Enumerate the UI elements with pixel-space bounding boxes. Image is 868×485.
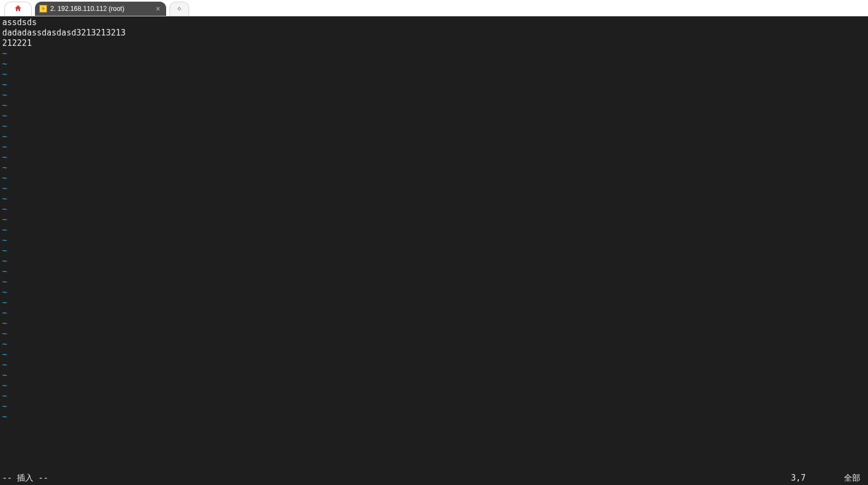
- editor-empty-line: ~: [2, 69, 866, 80]
- editor-content-line: assdsds: [2, 17, 866, 28]
- editor-empty-line: ~: [2, 235, 866, 246]
- vim-status-line: -- 插入 -- 3,7 全部: [2, 472, 866, 484]
- editor-empty-line: ~: [2, 204, 866, 215]
- editor-empty-line: ~: [2, 350, 866, 360]
- editor-empty-line: ~: [2, 194, 866, 204]
- editor-empty-line: ~: [2, 152, 866, 163]
- editor-empty-line: ~: [2, 142, 866, 152]
- tab-bar: 2. 192.168.110.112 (root) ×: [0, 0, 868, 16]
- vim-cursor-position: 3,7: [791, 473, 806, 483]
- editor-empty-line: ~: [2, 215, 866, 225]
- editor-empty-line: ~: [2, 329, 866, 339]
- terminal-body[interactable]: assdsdsdadadassdasdasd3213213213212221~~…: [2, 17, 866, 472]
- editor-empty-line: ~: [2, 370, 866, 381]
- editor-empty-line: ~: [2, 100, 866, 111]
- editor-content-line: dadadassdasdasd3213213213: [2, 28, 866, 38]
- editor-empty-line: ~: [2, 381, 866, 391]
- editor-empty-line: ~: [2, 339, 866, 350]
- editor-empty-line: ~: [2, 59, 866, 69]
- editor-empty-line: ~: [2, 298, 866, 308]
- lightning-icon: [39, 5, 47, 13]
- editor-empty-line: ~: [2, 360, 866, 370]
- editor-empty-line: ~: [2, 132, 866, 142]
- editor-content-line: 212221: [2, 38, 866, 49]
- editor-empty-line: ~: [2, 225, 866, 235]
- editor-empty-line: ~: [2, 111, 866, 121]
- editor-empty-line: ~: [2, 287, 866, 298]
- editor-empty-line: ~: [2, 267, 866, 277]
- editor-empty-line: ~: [2, 80, 866, 90]
- session-tab[interactable]: 2. 192.168.110.112 (root) ×: [35, 2, 166, 16]
- editor-empty-line: ~: [2, 49, 866, 59]
- editor-empty-line: ~: [2, 173, 866, 184]
- editor-empty-line: ~: [2, 277, 866, 287]
- home-icon: [14, 4, 22, 14]
- editor-empty-line: ~: [2, 184, 866, 194]
- editor-empty-line: ~: [2, 391, 866, 401]
- editor-empty-line: ~: [2, 308, 866, 318]
- vim-view-indicator: 全部: [844, 473, 860, 483]
- editor-empty-line: ~: [2, 90, 866, 100]
- editor-empty-line: ~: [2, 401, 866, 412]
- editor-empty-line: ~: [2, 256, 866, 267]
- home-tab[interactable]: [4, 2, 32, 16]
- session-tab-label: 2. 192.168.110.112 (root): [50, 5, 124, 13]
- editor-empty-line: ~: [2, 163, 866, 173]
- diamond-icon: [177, 5, 182, 13]
- editor-empty-line: ~: [2, 246, 866, 256]
- editor-empty-line: ~: [2, 318, 866, 329]
- terminal-area[interactable]: assdsdsdadadassdasdasd3213213213212221~~…: [0, 16, 868, 485]
- vim-mode-indicator: -- 插入 --: [2, 473, 48, 483]
- editor-empty-line: ~: [2, 121, 866, 132]
- editor-empty-line: ~: [2, 412, 866, 422]
- svg-rect-0: [178, 7, 181, 10]
- close-tab-button[interactable]: ×: [154, 5, 162, 13]
- new-tab-button[interactable]: [169, 2, 189, 16]
